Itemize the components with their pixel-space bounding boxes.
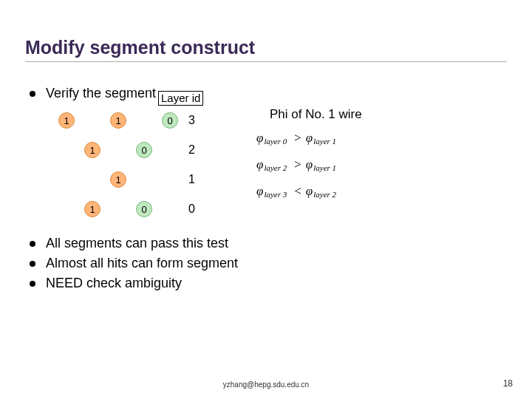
phi-column: Phi of No. 1 wire φ layer 0 > φ layer 1 … [256,107,362,209]
phi-var: φ [256,131,263,146]
bullet-label: All segments can pass this test [46,236,228,251]
bullet-list-top: Verify the segment [25,86,507,101]
cell-grid: 1 1 0 3 1 0 2 1 1 1 0 0 [55,107,205,222]
phi-var: φ [256,157,263,172]
layer-id-value: 1 [188,173,195,186]
phi-op: > [294,131,301,146]
layer-id-value: 0 [188,202,195,216]
bullet-verify: Verify the segment [25,86,507,101]
layer-id-header: Layer id [158,91,203,106]
phi-var: φ [306,184,313,199]
cell-1: 1 [110,112,126,129]
bullet-dot-icon [30,241,35,247]
phi-sub: layer 1 [313,137,336,146]
layer-id-value: 2 [188,143,195,157]
bullet-label: Almost all hits can form segment [46,256,238,271]
cell-0: 0 [136,201,152,217]
bullet-conclusion: NEED check ambiguity [25,276,507,291]
layer-id-value: 3 [188,114,195,127]
bullet-dot-icon [30,281,35,287]
phi-var: φ [306,131,313,146]
bullet-verify-label: Verify the segment [46,86,156,101]
bullet-dot-icon [30,91,35,97]
phi-var: φ [306,157,313,172]
phi-var: φ [256,184,263,199]
diagram-row: Layer id 1 1 0 3 1 0 2 1 1 1 [25,107,507,222]
bullet-list-bottom: All segments can pass this test Almost a… [25,236,507,291]
phi-op: < [294,184,301,199]
phi-inequality: φ layer 2 > φ layer 1 [256,156,362,174]
slide: Modify segment construct Verify the segm… [0,0,532,399]
bullet-conclusion: Almost all hits can form segment [25,256,507,271]
phi-inequality: φ layer 3 < φ layer 2 [256,183,362,200]
phi-sub: layer 1 [313,163,336,172]
phi-sub: layer 3 [264,190,287,199]
cell-1: 1 [84,142,100,158]
phi-sub: layer 0 [264,137,287,146]
phi-sub: layer 2 [313,190,336,199]
phi-title: Phi of No. 1 wire [270,107,362,122]
page-title: Modify segment construct [25,37,507,62]
bullet-label: NEED check ambiguity [46,276,182,291]
footer-email: yzhang@hepg.sdu.edu.cn [0,381,532,389]
cell-0: 0 [136,142,152,158]
cell-0: 0 [162,112,178,129]
phi-op: > [294,157,301,172]
cell-1: 1 [58,112,75,129]
bullet-dot-icon [30,261,35,267]
cell-1: 1 [84,201,100,217]
cell-1: 1 [110,171,126,188]
phi-sub: layer 2 [264,163,287,172]
page-number: 18 [503,378,513,389]
phi-inequality: φ layer 0 > φ layer 1 [256,129,362,147]
bullet-conclusion: All segments can pass this test [25,236,507,251]
